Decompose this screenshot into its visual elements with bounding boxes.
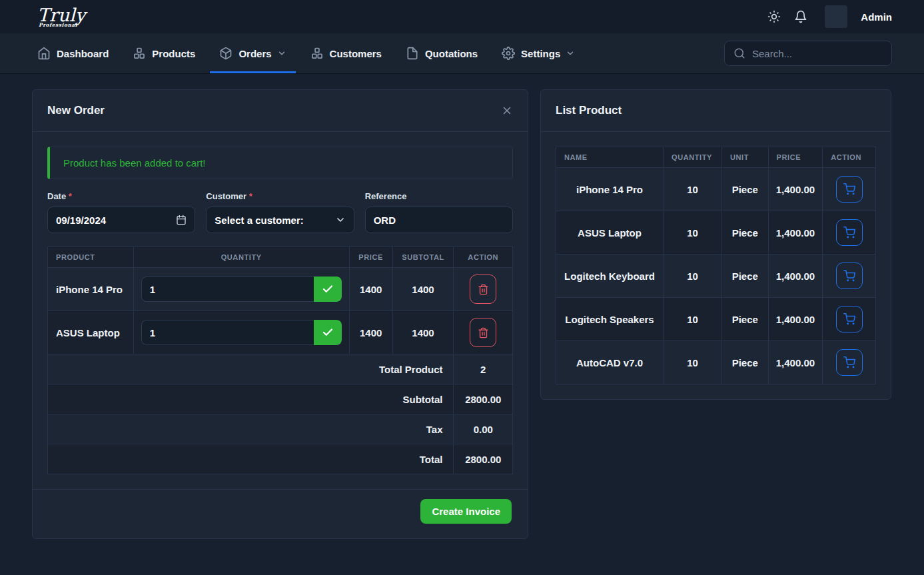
product-list-row: ASUS Laptop 10 Piece 1,400.00 <box>556 211 876 255</box>
subtotal-row: Subtotal 2800.00 <box>48 384 513 414</box>
add-to-cart-button[interactable] <box>836 349 863 376</box>
product-price: 1,400.00 <box>768 298 823 341</box>
product-quantity: 10 <box>664 211 722 255</box>
nav-item-quotations[interactable]: Quotations <box>406 33 478 73</box>
check-icon <box>322 326 334 338</box>
product-list-row: Logitech Keyboard 10 Piece 1,400.00 <box>556 255 876 298</box>
new-order-header: New Order <box>33 90 528 132</box>
main-navbar: Dashboard Products Orders Customers <box>0 33 924 73</box>
gear-icon <box>502 47 515 60</box>
quantity-input[interactable] <box>141 320 314 345</box>
delete-row-button[interactable] <box>470 318 496 347</box>
product-unit: Piece <box>721 168 768 211</box>
product-name: Logitech Keyboard <box>556 255 664 298</box>
nav-label: Products <box>152 48 195 59</box>
reference-input[interactable] <box>365 207 513 233</box>
product-quantity: 10 <box>664 168 722 211</box>
create-invoice-button[interactable]: Create Invoice <box>420 499 512 524</box>
nav-label: Quotations <box>425 48 478 59</box>
quantity-input[interactable] <box>141 277 314 302</box>
list-col-quantity: QUANTITY <box>664 147 722 168</box>
list-product-body: NAME QUANTITY UNIT PRICE ACTION iPhone 1… <box>541 132 891 399</box>
home-icon <box>37 47 51 60</box>
nav-label: Settings <box>521 48 560 59</box>
list-product-header: List Product <box>541 90 891 132</box>
list-col-price: PRICE <box>768 147 823 168</box>
theme-toggle-button[interactable] <box>767 10 781 23</box>
total-value: 2800.00 <box>454 444 513 474</box>
chevron-down-icon <box>277 49 286 58</box>
product-list-table: NAME QUANTITY UNIT PRICE ACTION iPhone 1… <box>556 147 876 384</box>
customer-selected-value: Select a customer: <box>215 215 303 226</box>
product-quantity: 10 <box>664 341 722 384</box>
nav-item-orders[interactable]: Orders <box>219 33 286 73</box>
action-cell <box>454 268 513 311</box>
total-product-row: Total Product 2 <box>48 354 513 384</box>
product-name: ASUS Laptop <box>556 211 664 255</box>
search-box <box>724 41 892 66</box>
total-product-value: 2 <box>454 354 513 384</box>
brand-name: Truly <box>37 6 85 24</box>
main-content: New Order Product has been added to cart… <box>0 73 924 539</box>
action-cell <box>823 211 876 255</box>
action-cell <box>454 311 513 354</box>
product-name: AutoCAD v7.0 <box>556 341 664 384</box>
topbar: Truly Professional Admin <box>0 0 924 33</box>
order-table: PRODUCT QUANTITY PRICE SUBTOTAL ACTION i… <box>47 247 513 474</box>
subtotal-label: Subtotal <box>48 384 454 414</box>
new-order-title: New Order <box>47 104 105 117</box>
bell-icon <box>794 10 807 23</box>
close-icon <box>501 105 513 117</box>
quantity-input-group <box>141 277 342 302</box>
topbar-actions: Admin <box>767 5 892 28</box>
action-cell <box>823 298 876 341</box>
brand-logo[interactable]: Truly Professional <box>37 6 85 28</box>
product-list-row: Logitech Speakers 10 Piece 1,400.00 <box>556 298 876 341</box>
calendar-icon <box>176 215 187 225</box>
add-to-cart-button[interactable] <box>836 219 863 246</box>
customer-field-group: Customer * Select a customer: <box>206 191 354 233</box>
box-icon <box>219 47 232 60</box>
nav-items: Dashboard Products Orders Customers <box>37 33 575 73</box>
date-input[interactable]: 09/19/2024 <box>47 207 195 233</box>
close-button[interactable] <box>501 105 513 117</box>
new-order-body: Product has been added to cart! Date * 0… <box>33 132 528 489</box>
new-order-footer: Create Invoice <box>33 489 528 538</box>
subtotal-value: 1400 <box>392 311 454 354</box>
notifications-button[interactable] <box>794 10 807 23</box>
search-input[interactable] <box>752 48 883 59</box>
price-value: 1400 <box>349 311 392 354</box>
add-to-cart-button[interactable] <box>836 176 863 203</box>
add-to-cart-button[interactable] <box>836 263 863 289</box>
reference-field-group: Reference <box>365 191 513 233</box>
nav-item-dashboard[interactable]: Dashboard <box>37 33 109 73</box>
order-table-header-row: PRODUCT QUANTITY PRICE SUBTOTAL ACTION <box>48 247 513 268</box>
order-col-action: ACTION <box>454 247 513 268</box>
subtotal-value: 1400 <box>392 268 454 311</box>
product-list-header-row: NAME QUANTITY UNIT PRICE ACTION <box>556 147 876 168</box>
list-col-action: ACTION <box>823 147 876 168</box>
quantity-cell <box>133 311 349 354</box>
nav-label: Orders <box>238 48 271 59</box>
confirm-quantity-button[interactable] <box>314 320 342 345</box>
add-to-cart-button[interactable] <box>836 306 863 332</box>
nav-item-settings[interactable]: Settings <box>502 33 575 73</box>
product-unit: Piece <box>721 341 768 384</box>
avatar[interactable] <box>825 5 847 28</box>
product-price: 1,400.00 <box>768 255 823 298</box>
nav-item-customers[interactable]: Customers <box>310 33 382 73</box>
product-name: iPhone 14 Pro <box>556 168 664 211</box>
brand-subtitle: Professional <box>37 23 85 28</box>
order-form: Date * 09/19/2024 Customer * <box>47 191 513 233</box>
product-name: ASUS Laptop <box>48 311 134 354</box>
order-col-subtotal: SUBTOTAL <box>392 247 454 268</box>
list-product-card: List Product NAME QUANTITY UNIT PRICE AC… <box>540 89 891 400</box>
customer-select[interactable]: Select a customer: <box>206 207 354 233</box>
delete-row-button[interactable] <box>470 275 496 304</box>
nav-item-products[interactable]: Products <box>133 33 195 73</box>
confirm-quantity-button[interactable] <box>314 277 342 302</box>
list-col-name: NAME <box>556 147 664 168</box>
sun-icon <box>767 10 781 23</box>
trash-icon <box>478 284 489 295</box>
action-cell <box>823 341 876 384</box>
